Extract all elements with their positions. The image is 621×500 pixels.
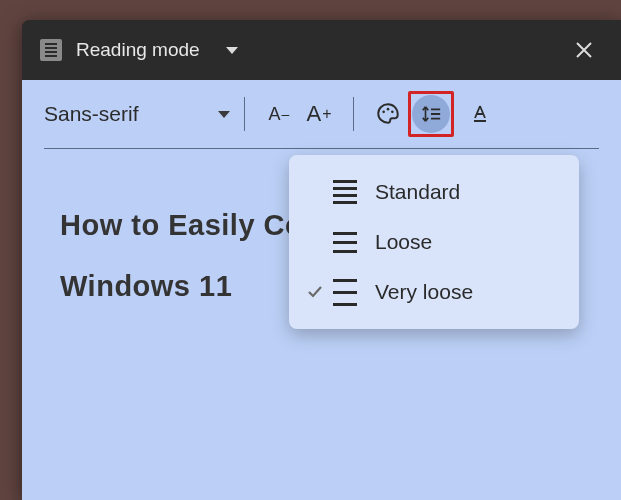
reading-mode-icon bbox=[40, 39, 62, 61]
line-spacing-option-loose[interactable]: Loose bbox=[289, 217, 579, 267]
option-label: Loose bbox=[375, 230, 432, 254]
separator bbox=[353, 97, 354, 131]
chevron-down-icon bbox=[218, 111, 230, 118]
check-icon bbox=[301, 283, 329, 301]
highlight-indicator bbox=[408, 91, 454, 137]
palette-icon bbox=[375, 101, 401, 127]
line-spacing-option-standard[interactable]: Standard bbox=[289, 167, 579, 217]
text-format-button[interactable] bbox=[460, 94, 500, 134]
option-label: Very loose bbox=[375, 280, 473, 304]
font-size-increase-button[interactable]: A+ bbox=[299, 94, 339, 134]
option-label: Standard bbox=[375, 180, 460, 204]
close-button[interactable] bbox=[565, 35, 603, 65]
font-family-label: Sans-serif bbox=[44, 102, 139, 126]
lines-standard-icon bbox=[329, 178, 361, 206]
line-spacing-button[interactable] bbox=[412, 95, 450, 133]
font-family-select[interactable]: Sans-serif bbox=[44, 102, 230, 126]
titlebar: Reading mode bbox=[22, 20, 621, 80]
lines-very-loose-icon bbox=[329, 274, 361, 310]
font-size-decrease-button[interactable]: A– bbox=[259, 94, 299, 134]
separator bbox=[244, 97, 245, 131]
line-spacing-icon bbox=[420, 103, 442, 125]
lines-loose-icon bbox=[329, 229, 361, 256]
svg-point-2 bbox=[391, 111, 394, 114]
line-spacing-menu: Standard Loose Very loose bbox=[289, 155, 579, 329]
svg-point-0 bbox=[382, 111, 385, 114]
theme-button[interactable] bbox=[368, 94, 408, 134]
line-spacing-option-very-loose[interactable]: Very loose bbox=[289, 267, 579, 317]
formatting-toolbar: Sans-serif A– A+ bbox=[22, 80, 621, 148]
mode-label[interactable]: Reading mode bbox=[76, 39, 200, 61]
mode-dropdown-caret[interactable] bbox=[226, 47, 238, 54]
svg-point-1 bbox=[387, 108, 390, 111]
text-underline-icon bbox=[468, 102, 492, 126]
